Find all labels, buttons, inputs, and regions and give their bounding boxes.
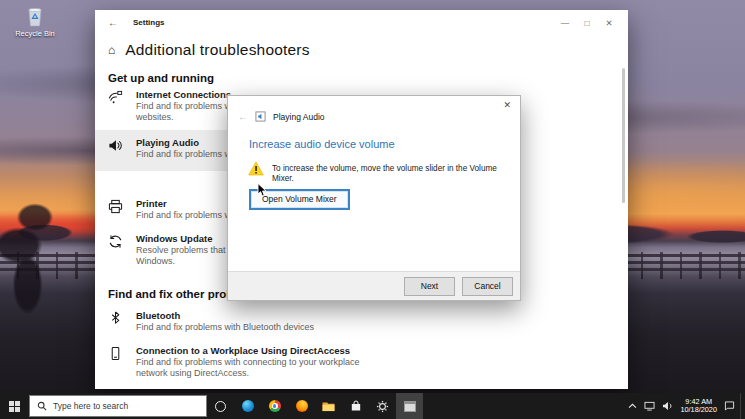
- recycle-bin-icon: [12, 4, 58, 28]
- taskbar: 9:42 AM 10/18/2020: [0, 393, 745, 419]
- speaker-window-icon: [255, 111, 266, 122]
- playing-audio-dialog: ✕ ← Playing Audio Increase audio device …: [227, 95, 521, 301]
- network-icon[interactable]: [644, 401, 655, 411]
- dialog-back-button[interactable]: ←: [238, 111, 248, 122]
- firefox-icon: [296, 400, 308, 412]
- sync-arrows-icon: [108, 233, 125, 249]
- window-title: Settings: [133, 18, 165, 27]
- active-window-taskbar-button[interactable]: [396, 393, 423, 419]
- page-header: ⌂ Additional troubleshooters: [108, 41, 628, 59]
- cancel-button[interactable]: Cancel: [462, 277, 513, 296]
- scrollbar[interactable]: [622, 68, 625, 203]
- store-button[interactable]: [342, 393, 369, 419]
- action-center-icon[interactable]: [724, 401, 735, 411]
- windows-logo-icon: [9, 401, 20, 412]
- close-button[interactable]: ✕: [598, 17, 620, 29]
- store-icon: [350, 400, 362, 412]
- cortana-button[interactable]: [207, 393, 234, 419]
- item-title: Connection to a Workplace Using DirectAc…: [136, 345, 360, 357]
- search-icon: [37, 401, 47, 411]
- dialog-title: Playing Audio: [273, 112, 325, 122]
- start-button[interactable]: [0, 393, 29, 419]
- device-icon: [108, 345, 125, 361]
- settings-taskbar-button[interactable]: [369, 393, 396, 419]
- wifi-monitor-icon: [108, 89, 125, 105]
- tray-clock[interactable]: 9:42 AM 10/18/2020: [680, 398, 717, 415]
- cortana-icon: [215, 401, 226, 412]
- back-button[interactable]: ←: [108, 17, 118, 28]
- edge-button[interactable]: [234, 393, 261, 419]
- volume-icon[interactable]: [662, 401, 673, 411]
- gear-icon: [376, 400, 389, 413]
- item-description: network using DirectAccess.: [136, 368, 360, 379]
- show-desktop-button[interactable]: [740, 393, 745, 419]
- bluetooth-icon: [108, 310, 125, 326]
- firefox-button[interactable]: [288, 393, 315, 419]
- item-description: Find and fix problems with Bluetooth dev…: [136, 322, 314, 333]
- desktop: Recycle Bin ← Settings — □ ✕ ⌂ Additiona…: [0, 0, 745, 419]
- chrome-button[interactable]: [261, 393, 288, 419]
- taskbar-search[interactable]: [29, 395, 207, 417]
- troubleshooter-item-bluetooth[interactable]: Bluetooth Find and fix problems with Blu…: [108, 305, 438, 337]
- minimize-button[interactable]: —: [554, 17, 576, 29]
- dialog-message: To increase the volume, move the volume …: [272, 161, 506, 184]
- search-input[interactable]: [53, 401, 199, 411]
- home-icon: ⌂: [108, 43, 115, 57]
- mouse-cursor: [257, 183, 268, 197]
- maximize-button[interactable]: □: [576, 17, 598, 29]
- next-button[interactable]: Next: [404, 277, 455, 296]
- tray-date: 10/18/2020: [680, 406, 717, 415]
- dialog-footer: Next Cancel: [228, 271, 520, 300]
- dialog-close-icon[interactable]: ✕: [503, 100, 511, 110]
- warning-triangle-icon: [248, 161, 264, 176]
- section-heading-get-up-and-running: Get up and running: [108, 72, 628, 84]
- item-description: Find and fix problems with connecting to…: [136, 357, 360, 368]
- edge-icon: [242, 400, 254, 412]
- dialog-heading: Increase audio device volume: [249, 138, 520, 150]
- file-explorer-icon: [322, 401, 335, 412]
- recycle-bin-label: Recycle Bin: [12, 29, 58, 38]
- item-title: Bluetooth: [136, 310, 314, 322]
- speaker-icon: [108, 137, 125, 153]
- app-window-icon: [404, 401, 416, 412]
- tray-chevron-icon[interactable]: [628, 403, 637, 409]
- printer-icon: [108, 198, 125, 214]
- page-title: Additional troubleshooters: [125, 41, 309, 59]
- settings-titlebar: ← Settings — □ ✕: [95, 10, 628, 30]
- file-explorer-button[interactable]: [315, 393, 342, 419]
- troubleshooter-item-workplace-directaccess[interactable]: Connection to a Workplace Using DirectAc…: [108, 340, 438, 383]
- recycle-bin[interactable]: Recycle Bin: [12, 4, 58, 38]
- chrome-icon: [269, 400, 281, 412]
